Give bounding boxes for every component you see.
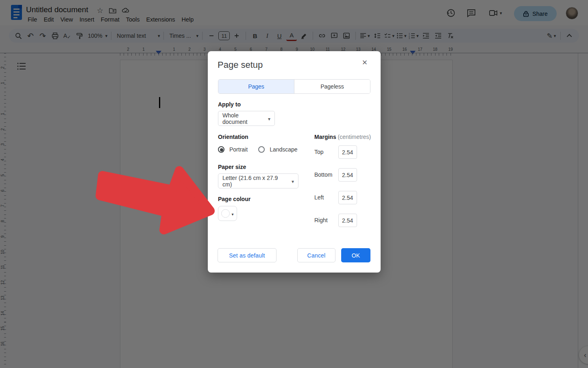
margin-input-right[interactable] (338, 214, 357, 227)
margin-label-right: Right (314, 217, 328, 223)
orientation-label: Orientation (218, 134, 248, 140)
margin-label-left: Left (314, 194, 324, 201)
margin-input-bottom[interactable] (338, 168, 357, 182)
ok-button[interactable]: OK (341, 248, 370, 262)
radio-unselected-icon (258, 146, 265, 153)
paper-size-label: Paper size (218, 164, 246, 170)
margin-input-top[interactable] (338, 145, 357, 159)
cancel-button[interactable]: Cancel (297, 248, 335, 262)
dialog-tabs: Pages Pageless (218, 79, 370, 94)
radio-landscape[interactable]: Landscape (258, 146, 298, 153)
margin-label-bottom: Bottom (314, 171, 332, 178)
radio-portrait[interactable]: Portrait (218, 146, 248, 153)
set-as-default-button[interactable]: Set as default (218, 248, 277, 262)
apply-to-select[interactable]: Whole document (218, 111, 275, 126)
dialog-title: Page setup (218, 60, 263, 70)
page-colour-label: Page colour (218, 196, 250, 202)
paper-size-select[interactable]: Letter (21.6 cm x 27.9 cm) (218, 173, 298, 188)
chevron-down-icon (292, 178, 294, 184)
page-setup-dialog: Page setup × Pages Pageless Apply to Who… (208, 51, 381, 273)
paper-size-value: Letter (21.6 cm x 27.9 cm) (222, 175, 288, 188)
apply-to-value: Whole document (222, 112, 265, 125)
chevron-down-icon (268, 115, 270, 122)
chevron-down-icon (231, 210, 233, 217)
margin-input-left[interactable] (338, 191, 357, 204)
apply-to-label: Apply to (218, 101, 241, 108)
tab-pages[interactable]: Pages (218, 80, 294, 93)
margin-label-top: Top (314, 149, 324, 155)
colour-swatch (221, 209, 230, 218)
tab-pageless[interactable]: Pageless (294, 80, 370, 93)
orientation-options: Portrait Landscape (218, 146, 298, 153)
page-colour-picker[interactable] (218, 206, 237, 221)
margins-label: Margins (centimetres) (314, 134, 371, 140)
close-icon[interactable]: × (360, 58, 370, 67)
radio-selected-icon (218, 146, 224, 153)
